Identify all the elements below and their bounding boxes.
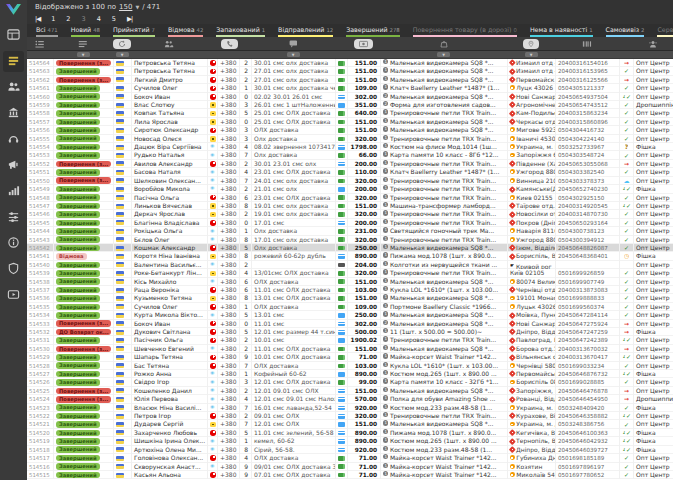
tracking-number[interactable]: 0501698185189	[555, 454, 619, 462]
status-badge[interactable]: Завершений	[56, 119, 100, 126]
sidebar-item-announcements[interactable]	[3, 155, 24, 176]
table-row[interactable]: 514519ЗавершенийШишкіна Ірина Олек...✳+3…	[27, 437, 673, 445]
tracking-number[interactable]: 0504303382540	[555, 168, 619, 176]
phone-number[interactable]: +380	[217, 109, 239, 117]
phone-number[interactable]: +380	[217, 236, 239, 244]
tracking-number[interactable]: 20400315863234	[555, 109, 619, 117]
tracking-number[interactable]: 0501697896197	[555, 463, 619, 471]
table-row[interactable]: 514532ДО Возврат ок...Дукович Світлана+3…	[27, 328, 673, 336]
phone-number[interactable]: +380	[217, 261, 239, 269]
phone-number[interactable]: +380	[217, 118, 239, 126]
column-source-icon[interactable]	[633, 40, 673, 48]
filter-dropdown[interactable]: ▼	[77, 52, 90, 57]
status-badge[interactable]: Завершений	[56, 110, 100, 117]
status-tab[interactable]: Відмова42	[168, 24, 203, 37]
tracking-number[interactable]: 20450646042932	[555, 437, 619, 445]
phone-number[interactable]: +380	[217, 101, 239, 109]
sidebar-item-statistics[interactable]	[3, 181, 24, 202]
phone-number[interactable]: +380	[217, 320, 239, 328]
status-badge[interactable]: Завершений	[56, 362, 100, 369]
status-badge[interactable]: Повернення (з...	[56, 177, 111, 184]
sidebar-item-customers[interactable]	[3, 77, 24, 98]
phone-number[interactable]: +380	[217, 336, 239, 344]
status-badge[interactable]: Завершений	[56, 354, 100, 361]
status-badge[interactable]: Завершений	[56, 68, 100, 75]
status-badge[interactable]: Повернення (з...	[56, 77, 111, 84]
filter-dropdown[interactable]: ▼	[437, 52, 450, 57]
column-refresh-icon[interactable]	[113, 39, 131, 49]
phone-number[interactable]: +380	[217, 370, 239, 378]
phone-number[interactable]: +380	[217, 353, 239, 361]
column-products-icon[interactable]	[380, 40, 507, 48]
tracking-number[interactable]: 0504304224140	[555, 135, 619, 143]
page-size-value[interactable]: 150	[119, 3, 132, 11]
tracking-number[interactable]: 0504302925150	[555, 194, 619, 202]
table-row[interactable]: 514543ЗавершенийБєлов Олег✳+380817.01 см…	[27, 236, 673, 244]
table-row[interactable]: 514547ЗавершенийЛиньков Вячеслав+380819.…	[27, 202, 673, 210]
sidebar-item-company[interactable]	[3, 103, 24, 124]
status-badge[interactable]: Завершений	[56, 430, 100, 437]
table-row[interactable]: 514534ЗавершенийКурта Микола Вікто...✳+3…	[27, 311, 673, 319]
column-chat-icon[interactable]	[251, 40, 335, 48]
table-row[interactable]: 514515ЗавершенийКасьян Альона+380907.01 …	[27, 471, 673, 479]
status-badge[interactable]: Завершений	[56, 211, 100, 218]
sidebar-item-support[interactable]	[3, 129, 24, 150]
phone-number[interactable]: +380	[217, 185, 239, 193]
page-number-button[interactable]: 1	[51, 15, 55, 23]
phone-number[interactable]: +380	[217, 177, 239, 185]
tracking-number[interactable]: 20450648826087	[555, 244, 619, 252]
status-badge[interactable]: Повернення (з...	[56, 388, 111, 395]
status-badge[interactable]: Завершений	[56, 228, 100, 235]
status-badge[interactable]: Завершений	[56, 194, 100, 201]
status-badge[interactable]: Завершений	[56, 245, 100, 252]
phone-number[interactable]: +380	[217, 252, 239, 260]
page-number-button[interactable]: 5	[112, 15, 116, 23]
table-row[interactable]: 514535ЗавершенийСучилов Олег+3801ОЛХ дос…	[27, 303, 673, 311]
tracking-number[interactable]: 0504305121337	[555, 84, 619, 92]
phone-number[interactable]: +380	[217, 219, 239, 227]
status-tab[interactable]: Самовивіз2	[606, 24, 645, 37]
phone-number[interactable]: +380	[217, 269, 239, 277]
table-row[interactable]: 514550Повернення (з...Шелковин Олексан..…	[27, 177, 673, 185]
table-row[interactable]: 514525Повернення (з...Кошеленко Данил✳+3…	[27, 387, 673, 395]
tracking-number[interactable]: 20450646358882	[555, 412, 619, 420]
phone-number[interactable]: +380	[217, 59, 239, 67]
phone-number[interactable]: +380	[217, 143, 239, 151]
sidebar-item-dashboard[interactable]	[3, 25, 24, 46]
table-row[interactable]: 514521ЗавершенийДударев Сергій+380712.01…	[27, 420, 673, 428]
column-barcode-icon[interactable]	[555, 40, 619, 48]
tracking-number[interactable]: 0501699907749	[555, 278, 619, 286]
status-tab[interactable]: Новий48	[71, 24, 100, 37]
tracking-number[interactable]: 0504303378373	[555, 177, 619, 185]
tracking-number[interactable]: 20400316125566	[555, 76, 619, 84]
tracking-number[interactable]: 20400313670032	[555, 345, 619, 353]
column-list-icon[interactable]	[53, 40, 113, 48]
tracking-number[interactable]: 0501699560374	[555, 303, 619, 311]
status-badge[interactable]: Завершений	[56, 144, 100, 151]
table-row[interactable]: 514563ЗавершенийПетровська Тетяна+380227…	[27, 67, 673, 75]
tracking-number[interactable]: 0504300394912	[555, 236, 619, 244]
phone-number[interactable]: +380	[217, 311, 239, 319]
last-page-button[interactable]: ▶|	[127, 15, 132, 23]
status-badge[interactable]: Повернення (з...	[56, 60, 111, 67]
table-row[interactable]: 514558ЗавершенийКовпак Татьяна+380525.01…	[27, 109, 673, 117]
table-row[interactable]: 514546ЗавершенийДеркач Ярослав+380219.01…	[27, 210, 673, 218]
status-badge[interactable]: Завершений	[56, 404, 100, 411]
phone-number[interactable]: +380	[217, 160, 239, 168]
tracking-number[interactable]: 20400313873083	[555, 286, 619, 294]
phone-number[interactable]: +380	[217, 437, 239, 445]
table-row[interactable]: 514564Повернення (з...Петровська Тетяна+…	[27, 59, 673, 67]
status-badge[interactable]: Завершений	[56, 438, 100, 445]
status-badge[interactable]: Завершений	[56, 312, 100, 319]
table-row[interactable]: 514518ЗавершенийАртюхіна Олена Ми...✳+38…	[27, 446, 673, 454]
table-row[interactable]: 514562Повернення (з...Легкий Дмитро+3802…	[27, 76, 673, 84]
table-row[interactable]: 514554ЗавершенийДацюк Віра Сергіївна✳+38…	[27, 143, 673, 151]
phone-number[interactable]: +380	[217, 76, 239, 84]
tracking-number[interactable]: 0504300738123	[555, 227, 619, 235]
tracking-number[interactable]: 0504303548724	[555, 151, 619, 159]
table-row[interactable]: 514561ЗавершенийСучилов Олег+380130.01 с…	[27, 84, 673, 92]
tracking-number[interactable]: 0501699888833	[555, 294, 619, 302]
column-phone-icon[interactable]	[207, 39, 251, 49]
tracking-number[interactable]: 20450647247259	[555, 328, 619, 336]
phone-number[interactable]: +380	[217, 278, 239, 286]
